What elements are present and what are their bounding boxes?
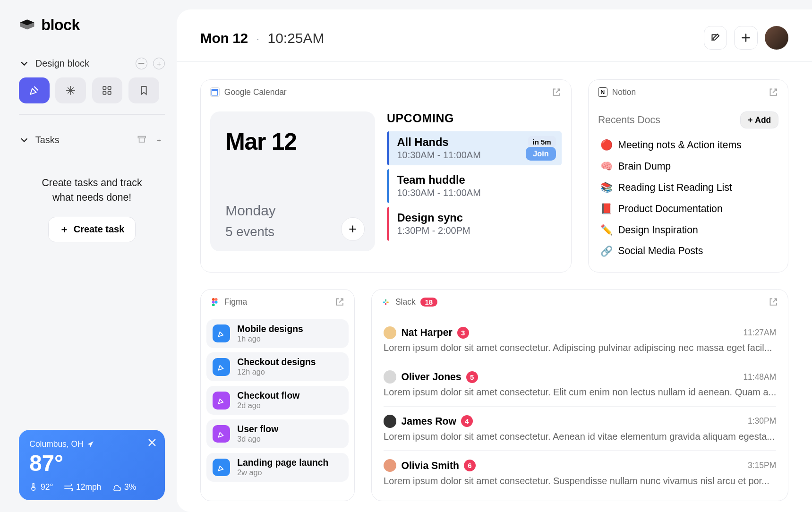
event-badge: in 5m (528, 136, 556, 147)
create-task-button[interactable]: ＋ Create task (48, 217, 135, 242)
doc-title: Social Media Posts (618, 245, 703, 256)
open-external-icon[interactable] (768, 297, 778, 307)
doc-emoji-icon: 🔗 (600, 245, 612, 257)
slack-message[interactable]: James Row 4 1:30PM Lorem ipsum dolor sit… (384, 407, 776, 451)
upcoming-label: UPCOMING (387, 111, 562, 125)
slack-card: Slack 18 Nat Harper 3 11:27AM Lorem ipsu… (371, 289, 788, 501)
calendar-weekday: Monday (225, 203, 359, 219)
slack-msg-time: 11:27AM (743, 328, 776, 338)
notion-add-button[interactable]: +Add (740, 111, 778, 128)
block-icon (19, 19, 35, 32)
user-avatar[interactable] (765, 26, 788, 50)
join-button[interactable]: Join (526, 147, 556, 161)
notion-doc-item[interactable]: ✏️Design Inspiration (598, 219, 778, 240)
svg-point-11 (212, 301, 215, 304)
figma-file-title: Mobile designs (237, 324, 303, 334)
svg-rect-8 (212, 89, 218, 91)
open-external-icon[interactable] (768, 87, 778, 97)
open-external-icon[interactable] (334, 297, 345, 307)
block-type-grid[interactable] (92, 77, 123, 103)
notion-card: N Notion Recents Docs +Add 🔴Meeting nots… (588, 79, 788, 273)
collapse-button[interactable] (136, 58, 147, 69)
plus-icon: ＋ (60, 223, 69, 236)
slack-msg-text: Lorem ipsum dolor sit amet consectetur. … (384, 387, 776, 398)
block-type-sparkle[interactable] (55, 77, 86, 103)
design-block-label: Design block (35, 58, 89, 69)
doc-emoji-icon: ✏️ (600, 224, 612, 236)
figma-file-item[interactable]: Checkout designs 12h ago (206, 352, 348, 381)
card-source: Notion (612, 87, 636, 97)
user-avatar-icon (384, 370, 396, 383)
tasks-section: Tasks + Create tasks and track what need… (19, 134, 165, 242)
block-type-pen[interactable] (19, 77, 50, 103)
slack-message[interactable]: Olivia Smith 6 3:15PM Lorem ipsum dolor … (384, 451, 776, 495)
figma-file-title: User flow (237, 424, 278, 435)
chevron-down-icon (19, 58, 29, 68)
doc-emoji-icon: 🔴 (600, 139, 612, 151)
add-button[interactable] (734, 26, 758, 50)
slack-message[interactable]: Nat Harper 3 11:27AM Lorem ipsum dolor s… (384, 318, 776, 362)
calendar-card: Google Calendar Mar 12 Monday 5 events +… (200, 79, 572, 273)
topbar-time: 10:25AM (268, 30, 325, 46)
figma-file-time: 1h ago (237, 334, 303, 343)
close-icon[interactable] (147, 438, 157, 450)
chevron-down-icon (19, 135, 29, 145)
user-avatar-icon (384, 326, 396, 339)
add-event-button[interactable]: + (341, 217, 365, 241)
figma-file-title: Checkout flow (237, 391, 299, 401)
user-avatar-icon (384, 459, 396, 472)
slack-message[interactable]: Oliver Jones 5 11:48AM Lorem ipsum dolor… (384, 362, 776, 407)
archive-icon[interactable] (137, 134, 147, 146)
block-type-bookmark[interactable] (128, 77, 159, 103)
slack-user-name: Oliver Jones (401, 371, 461, 383)
slack-msg-time: 1:30PM (748, 416, 776, 426)
slack-msg-time: 3:15PM (748, 461, 776, 470)
add-task-button[interactable]: + (153, 134, 165, 146)
user-avatar-icon (384, 415, 396, 427)
card-source: Slack (395, 297, 416, 307)
weather-precip: 3% (112, 482, 136, 492)
weather-temp: 87° (29, 450, 154, 476)
google-calendar-icon (210, 87, 220, 97)
notion-doc-item[interactable]: 🧠Brain Dump (598, 155, 778, 177)
doc-emoji-icon: 📕 (600, 203, 612, 214)
notion-doc-item[interactable]: 🔴Meeting nots & Action items (598, 134, 778, 155)
doc-emoji-icon: 🧠 (600, 160, 612, 172)
slack-user-name: Nat Harper (401, 327, 452, 338)
figma-file-item[interactable]: User flow 3d ago (206, 419, 348, 448)
calendar-date: Mar 12 (225, 128, 359, 155)
add-block-button[interactable]: + (153, 58, 165, 69)
svg-point-10 (215, 298, 218, 301)
figma-card: Figma Mobile designs 1h ago Checkout des… (200, 289, 355, 501)
figma-file-item[interactable]: Checkout flow 2d ago (206, 386, 348, 415)
notion-doc-item[interactable]: 📕Product Documentation (598, 198, 778, 219)
figma-file-title: Checkout designs (237, 357, 316, 367)
svg-point-13 (212, 303, 215, 306)
open-external-icon[interactable] (551, 87, 562, 97)
calendar-event[interactable]: Team huddle 10:30AM - 11:00AM (387, 169, 562, 203)
calendar-event[interactable]: Design sync 1:30PM - 2:00PM (387, 207, 562, 241)
slack-msg-text: Lorem ipsum dolor sit amet consectetur. … (384, 431, 776, 442)
figma-file-icon (213, 392, 230, 409)
slack-msg-count: 5 (466, 371, 478, 383)
svg-rect-16 (385, 299, 386, 301)
event-title: Team huddle (397, 174, 553, 187)
svg-rect-2 (108, 86, 111, 89)
app-name: block (41, 17, 80, 34)
notion-doc-item[interactable]: 🔗Social Media Posts (598, 240, 778, 262)
calendar-date-box: Mar 12 Monday 5 events + (210, 111, 375, 251)
event-title: Design sync (397, 212, 553, 224)
figma-file-item[interactable]: Landing page launch 2w ago (206, 453, 348, 482)
tasks-label: Tasks (35, 135, 60, 145)
weather-widget: Columbus, OH 87° 92° 12mph 3% (19, 430, 165, 500)
svg-rect-4 (108, 92, 111, 94)
sidebar: block Design block + Tasks (0, 0, 177, 512)
figma-file-item[interactable]: Mobile designs 1h ago (206, 319, 348, 348)
notion-doc-item[interactable]: 📚Reading List Reading List (598, 177, 778, 198)
calendar-event[interactable]: All Hands 10:30AM - 11:00AM in 5m Join (387, 131, 562, 165)
svg-point-12 (215, 301, 218, 304)
compose-button[interactable] (704, 26, 727, 50)
figma-file-icon (213, 459, 230, 476)
slack-msg-count: 6 (464, 460, 476, 471)
svg-rect-1 (103, 86, 106, 89)
